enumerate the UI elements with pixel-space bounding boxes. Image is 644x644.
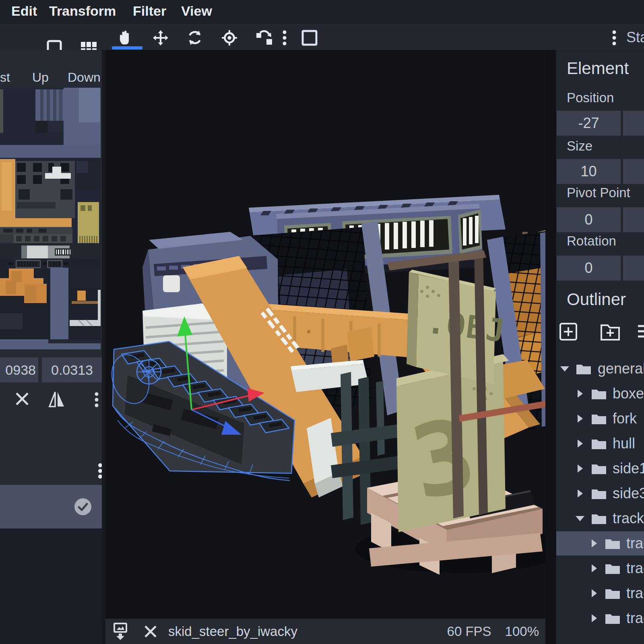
rotation-x-field[interactable]: 0 bbox=[557, 256, 621, 281]
viewport-3d[interactable]: 3 .OBJ bbox=[105, 50, 545, 619]
outliner-item-track[interactable]: trac bbox=[556, 581, 644, 605]
close-project-icon[interactable] bbox=[143, 624, 158, 639]
rotation-label: Rotation bbox=[567, 233, 616, 249]
transfer-tool-icon[interactable] bbox=[255, 29, 274, 47]
position-x-field[interactable]: -27 bbox=[557, 111, 621, 136]
position-label: Position bbox=[567, 90, 614, 105]
texture-enabled-check-icon[interactable] bbox=[74, 498, 92, 516]
menu-bar: Edit Transform Filter View bbox=[0, 0, 644, 24]
outliner-item-side1[interactable]: side1 bbox=[556, 456, 644, 481]
export-screenshot-icon[interactable] bbox=[112, 622, 129, 641]
element-outliner-panel: Element Position -27 Size 10 Pivot Point… bbox=[556, 50, 644, 644]
folder-icon bbox=[591, 512, 607, 525]
pivot-y-field[interactable] bbox=[623, 207, 644, 232]
folder-icon bbox=[591, 487, 607, 500]
folder-icon bbox=[591, 462, 607, 475]
toolbar-overflow-icon[interactable] bbox=[281, 29, 289, 47]
chevron-down-icon[interactable] bbox=[560, 366, 569, 372]
outliner-item-tracks[interactable]: tracks bbox=[556, 506, 644, 530]
menu-view[interactable]: View bbox=[181, 3, 212, 19]
face-tab-up[interactable]: Up bbox=[32, 70, 49, 85]
outliner-item-track[interactable]: trac bbox=[556, 606, 644, 630]
chevron-right-icon[interactable] bbox=[592, 614, 597, 622]
size-label: Size bbox=[567, 138, 592, 154]
rotation-y-field[interactable] bbox=[623, 256, 644, 281]
add-cube-icon[interactable] bbox=[559, 321, 578, 343]
chevron-right-icon[interactable] bbox=[592, 564, 597, 572]
chevron-right-icon[interactable] bbox=[592, 539, 597, 547]
uv-clear-icon[interactable] bbox=[14, 391, 30, 408]
move-tool-icon[interactable] bbox=[151, 29, 170, 47]
pivot-point-label: Pivot Point bbox=[567, 185, 630, 200]
texture-atlas-preview[interactable] bbox=[0, 88, 101, 349]
texture-list-background bbox=[0, 528, 102, 644]
outliner-item-track[interactable]: trac bbox=[556, 556, 644, 580]
folder-icon bbox=[605, 587, 621, 600]
folder-icon bbox=[591, 412, 607, 425]
chevron-right-icon[interactable] bbox=[578, 440, 583, 448]
chevron-right-icon[interactable] bbox=[578, 489, 583, 497]
outliner-item-boxes[interactable]: boxes bbox=[556, 382, 644, 406]
chevron-right-icon[interactable] bbox=[578, 390, 583, 398]
position-y-field[interactable] bbox=[623, 111, 644, 136]
menu-filter[interactable]: Filter bbox=[133, 3, 166, 19]
pivot-tool-icon[interactable] bbox=[220, 29, 239, 47]
fps-counter: 60 FPS bbox=[447, 624, 491, 639]
chevron-right-icon[interactable] bbox=[592, 589, 597, 597]
zoom-level: 100% bbox=[505, 624, 539, 639]
status-bar: skid_steer_by_iwacky 60 FPS 100% bbox=[105, 619, 545, 644]
chevron-right-icon[interactable] bbox=[578, 415, 583, 423]
pan-hand-icon[interactable] bbox=[115, 29, 134, 47]
mirror-icon[interactable] bbox=[47, 390, 66, 410]
list-icon[interactable] bbox=[638, 322, 644, 342]
pivot-x-field[interactable]: 0 bbox=[557, 207, 621, 232]
right-panel-overflow-icon[interactable] bbox=[610, 29, 618, 47]
chevron-right-icon[interactable] bbox=[578, 464, 583, 473]
menu-edit[interactable]: Edit bbox=[11, 3, 37, 19]
face-tab-truncated[interactable]: st bbox=[0, 70, 10, 85]
outliner-item-general[interactable]: general bbox=[556, 357, 644, 381]
menu-transform[interactable]: Transform bbox=[49, 3, 116, 19]
outliner-item-side3[interactable]: side3 bbox=[556, 481, 644, 506]
size-y-field[interactable] bbox=[623, 159, 644, 184]
uv-texture-panel: st Up Down bbox=[0, 50, 105, 644]
uv-overflow-icon[interactable] bbox=[94, 391, 99, 411]
model-name: skid_steer_by_iwacky bbox=[168, 624, 297, 639]
panel-separator bbox=[102, 50, 105, 644]
folder-icon bbox=[591, 387, 607, 400]
element-panel-title: Element bbox=[567, 59, 629, 78]
marquee-select-icon[interactable] bbox=[300, 29, 319, 47]
uv-y-field[interactable]: 0.0313 bbox=[42, 357, 102, 382]
outliner-item-track-selected[interactable]: trac bbox=[556, 531, 644, 555]
outliner-panel-title: Outliner bbox=[567, 290, 626, 309]
outliner-item-fork[interactable]: fork bbox=[556, 407, 644, 431]
chevron-down-icon[interactable] bbox=[576, 516, 584, 521]
active-tool-underline bbox=[112, 46, 142, 50]
size-x-field[interactable]: 10 bbox=[557, 159, 621, 184]
outliner-item-hull[interactable]: hull bbox=[556, 431, 644, 456]
add-group-icon[interactable] bbox=[600, 321, 621, 343]
folder-icon bbox=[605, 612, 621, 625]
face-tab-down[interactable]: Down bbox=[68, 70, 101, 85]
folder-icon bbox=[605, 537, 621, 550]
rotate-tool-icon[interactable] bbox=[186, 29, 204, 47]
uv-x-field[interactable]: 0938 bbox=[0, 357, 38, 382]
texture-list-item-selected[interactable] bbox=[0, 485, 102, 528]
folder-icon bbox=[605, 562, 621, 575]
viewport-canvas[interactable]: 3 .OBJ bbox=[105, 50, 545, 619]
folder-icon bbox=[591, 437, 607, 450]
main-toolbar: Sta bbox=[0, 24, 644, 50]
folder-icon bbox=[576, 362, 592, 375]
tab-start-truncated[interactable]: Sta bbox=[626, 29, 644, 46]
